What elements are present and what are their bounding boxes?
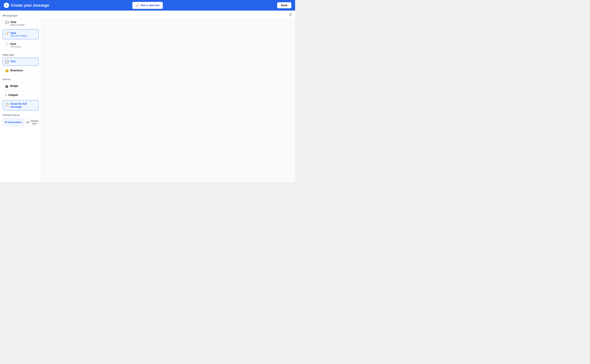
main-layout: Message type 💬 Chat Keep it simple 📝 Not… — [0, 11, 295, 182]
preview-label: Preview data as — [3, 114, 39, 117]
header: 1 Create your message 📈 Run a new test D… — [0, 0, 295, 11]
badge-icon: ⬤ — [5, 84, 8, 88]
text-label: Text — [10, 60, 36, 63]
chat-label: Chat — [10, 20, 36, 24]
sent-as-full[interactable]: 📋 Show the full message — [3, 100, 39, 110]
badge-label: Badge — [10, 84, 36, 87]
full-message-icon: 📋 — [5, 103, 9, 106]
message-type-note[interactable]: 📝 Note Add rich content — [3, 29, 39, 39]
reactions-label: Reactions — [10, 69, 36, 72]
post-label: Post — [10, 42, 36, 46]
sent-as-label: Sent as — [3, 78, 39, 81]
reply-type-text[interactable]: 💬 Text — [3, 58, 39, 66]
content-area: ☰ ⇄ A/B test Create two options and send… — [41, 11, 295, 182]
sidebar: Message type 💬 Chat Keep it simple 📝 Not… — [0, 11, 41, 182]
note-sublabel: Add rich content — [10, 34, 36, 37]
chat-sublabel: Keep it simple — [10, 24, 36, 26]
done-button[interactable]: Done — [277, 2, 291, 8]
snippet-icon: ≡ — [5, 94, 7, 97]
preview-placeholders-btn[interactable]: 👁 Placeholders — [3, 118, 24, 126]
post-icon: 📄 — [5, 43, 9, 46]
text-reply-icon: 💬 — [5, 60, 9, 64]
preview-sample-btn[interactable]: Abc Sample data — [24, 118, 39, 126]
message-type-label: Message type — [3, 14, 39, 17]
sent-as-badge[interactable]: ⬤ Badge — [3, 82, 39, 90]
chat-icon: 💬 — [5, 21, 9, 24]
reply-type-reactions[interactable]: 😊 Reactions — [3, 67, 39, 75]
eye-icon: 👁 — [5, 121, 7, 124]
chart-icon: 📈 — [136, 4, 140, 7]
abc-icon: Abc — [26, 121, 30, 124]
note-icon: 📝 — [5, 32, 9, 35]
message-type-post[interactable]: 📄 Post Tell a story — [3, 40, 39, 50]
note-label: Note — [10, 32, 36, 34]
run-test-button[interactable]: 📈 Run a new test — [132, 2, 163, 9]
reply-type-label: Reply type — [3, 54, 39, 56]
reactions-icon: 😊 — [5, 69, 9, 73]
snippet-label: Snippet — [8, 93, 36, 97]
message-type-chat[interactable]: 💬 Chat Keep it simple — [3, 19, 39, 28]
menu-icon[interactable]: ☰ — [289, 13, 292, 17]
full-message-label: Show the full message — [10, 102, 36, 108]
toolbar: ☰ — [41, 11, 295, 19]
post-sublabel: Tell a story — [10, 46, 36, 48]
step-indicator: 1 — [4, 3, 9, 8]
sent-as-snippet[interactable]: ≡ Snippet — [3, 91, 39, 99]
